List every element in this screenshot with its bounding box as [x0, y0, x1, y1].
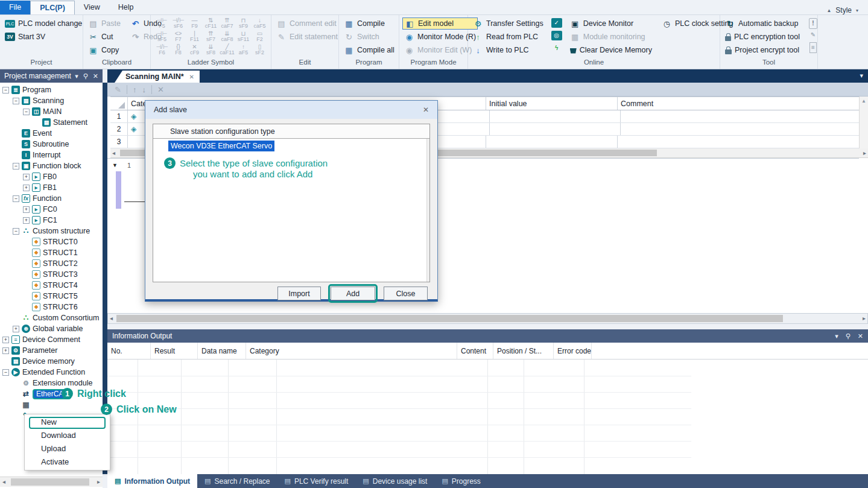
switch-button[interactable]: Switch: [342, 30, 396, 43]
scroll-right-icon[interactable]: [863, 150, 866, 156]
transfer-settings-button[interactable]: Transfer Settings: [471, 17, 545, 30]
scrollbar-thumb[interactable]: [11, 478, 89, 486]
output-column-header[interactable]: Error code: [554, 343, 592, 359]
ladder-symbol-button[interactable]: ⇅ cF11: [203, 17, 219, 30]
edit-tool-icon[interactable]: [808, 30, 819, 40]
ladder-symbol-button[interactable]: ✕ cF9: [186, 43, 203, 57]
collapse-ribbon-icon[interactable]: [826, 8, 831, 13]
ladder-symbol-button[interactable]: | F11: [186, 30, 203, 43]
edit-statement-button[interactable]: Edit statement: [274, 30, 340, 43]
bottom-tab[interactable]: ▤ Device usage list: [355, 474, 434, 488]
scroll-left-icon[interactable]: [110, 315, 113, 322]
tree-item-struct1[interactable]: ◆ STRUCT1: [0, 247, 103, 258]
tree-item-struct0[interactable]: ◆ STRUCT0: [0, 236, 103, 247]
ladder-symbol-button[interactable]: ↓ caF5: [252, 17, 268, 30]
tree-item-main[interactable]: − ◫ MAIN: [0, 106, 103, 117]
expand-toggle[interactable]: −: [23, 109, 30, 115]
tree-horizontal-scrollbar[interactable]: [0, 477, 103, 487]
tree-item-scanning[interactable]: − ▤ Scanning: [0, 95, 103, 106]
slave-list-selected-item[interactable]: Wecon VD3E EtherCAT Servo: [168, 141, 274, 151]
ladder-symbol-button[interactable]: ⊣⊢ sF5: [154, 30, 170, 43]
ladder-symbol-button[interactable]: ▯ sF2: [252, 43, 268, 57]
plc-model-change-button[interactable]: PLC model change: [3, 17, 84, 30]
tree-item-module[interactable]: ▦: [0, 399, 103, 410]
write-to-plc-button[interactable]: Write to PLC: [471, 43, 545, 57]
tree-item-fc1[interactable]: + ▸ FC1: [0, 215, 103, 226]
output-column-header[interactable]: Position / St...: [493, 343, 554, 359]
output-column-header[interactable]: Content: [457, 343, 493, 359]
ladder-symbol-button[interactable]: ▭ F2: [252, 30, 268, 43]
tree-item-custom-consortium[interactable]: ∴ Custom Consortium: [0, 312, 103, 323]
tab-plc[interactable]: PLC(P): [30, 1, 75, 14]
ladder-symbol-button[interactable]: <> F7: [170, 30, 186, 43]
expand-toggle[interactable]: +: [23, 185, 30, 191]
chevron-down-icon[interactable]: [75, 72, 78, 80]
tree-item-custom-structure[interactable]: − ∴ Custom structure: [0, 226, 103, 236]
tab-file[interactable]: File: [0, 1, 30, 14]
tree-item-program[interactable]: − ≣ Program: [0, 84, 103, 95]
info-icon[interactable]: [808, 18, 819, 28]
clear-device-memory-button[interactable]: Clear Device Memory: [568, 43, 654, 57]
scrollbar-thumb[interactable]: [116, 315, 783, 322]
add-button[interactable]: Add: [331, 287, 375, 300]
output-column-header[interactable]: Category: [246, 343, 457, 359]
tree-item-subroutine[interactable]: S Subroutine: [0, 139, 103, 150]
scroll-right-icon[interactable]: [863, 315, 866, 322]
ladder-symbol-button[interactable]: ⊔ sF11: [235, 30, 252, 43]
tree-item-global-variable[interactable]: + ⊛ Global variable: [0, 323, 103, 334]
initial-value-cell[interactable]: [486, 136, 618, 148]
tree-item-function[interactable]: − fx Function: [0, 193, 103, 204]
expand-toggle[interactable]: +: [13, 326, 19, 332]
close-tab-icon[interactable]: [189, 74, 194, 80]
scroll-up-icon[interactable]: [861, 98, 866, 104]
tree-item-struct5[interactable]: ◆ STRUCT5: [0, 291, 103, 302]
rung-cursor[interactable]: [116, 171, 121, 209]
tree-item-fb0[interactable]: + ▸ FB0: [0, 171, 103, 182]
ladder-symbol-button[interactable]: ⊣/⊢ sF6: [170, 17, 186, 30]
menu-item-new[interactable]: New: [25, 416, 110, 429]
expand-toggle[interactable]: +: [23, 217, 30, 224]
tree-item-statement[interactable]: ▤ Statement: [0, 117, 103, 128]
menu-item-download[interactable]: Download: [25, 429, 110, 442]
tab-help[interactable]: Help: [109, 1, 143, 14]
initial-value-cell[interactable]: [490, 110, 621, 122]
read-from-plc-button[interactable]: Read from PLC: [471, 30, 545, 43]
close-button[interactable]: Close: [384, 287, 428, 300]
expand-toggle[interactable]: +: [2, 337, 9, 343]
ladder-symbol-button[interactable]: ⇈ caF7: [219, 17, 235, 30]
output-column-header[interactable]: Result: [151, 343, 198, 359]
expand-toggle[interactable]: +: [2, 347, 9, 354]
ladder-symbol-button[interactable]: ╱ caF11: [219, 43, 235, 57]
pin-icon[interactable]: [846, 332, 851, 340]
ladder-symbol-button[interactable]: ⊣⊢ F5: [154, 17, 170, 30]
checklist-icon[interactable]: [808, 42, 819, 52]
bottom-tab[interactable]: ▤ PLC Verify result: [277, 474, 356, 488]
dialog-close-icon[interactable]: [423, 106, 429, 114]
tree-item-fb1[interactable]: + ▸ FB1: [0, 182, 103, 193]
plc-search-icon[interactable]: [551, 31, 562, 40]
monitor-edit-button[interactable]: Monitor Edit (W): [402, 43, 478, 57]
initial-value-cell[interactable]: [490, 123, 621, 135]
close-icon[interactable]: [93, 72, 98, 80]
cut-button[interactable]: Cut: [86, 30, 122, 43]
copy-button[interactable]: Copy: [86, 43, 122, 57]
expand-toggle[interactable]: −: [13, 228, 19, 235]
close-icon[interactable]: [858, 332, 863, 340]
scroll-left-icon[interactable]: [112, 150, 115, 156]
expand-toggle[interactable]: +: [23, 174, 30, 180]
tree-item-struct6[interactable]: ◆ STRUCT6: [0, 302, 103, 312]
edit-wand-icon[interactable]: [115, 85, 121, 94]
chevron-down-icon[interactable]: [856, 8, 858, 13]
tree-item-parameter[interactable]: + ⚙ Parameter: [0, 345, 103, 356]
rung-collapse-icon[interactable]: [112, 162, 118, 168]
wireless-icon[interactable]: [551, 43, 562, 53]
move-up-icon[interactable]: ↑: [133, 85, 137, 94]
comment-edit-button[interactable]: Comment edit: [274, 17, 340, 30]
expand-toggle[interactable]: −: [2, 369, 9, 376]
plc-encryption-tool-button[interactable]: PLC encryption tool: [723, 30, 802, 43]
tree-item-fc0[interactable]: + ▸ FC0: [0, 204, 103, 215]
tree-item-device-comment[interactable]: + ≡ Device Comment: [0, 334, 103, 345]
device-monitor-button[interactable]: Device Monitor: [568, 17, 654, 30]
expand-toggle[interactable]: −: [13, 195, 19, 202]
tree-item-extended-function[interactable]: − ▶ Extended Function: [0, 367, 103, 378]
